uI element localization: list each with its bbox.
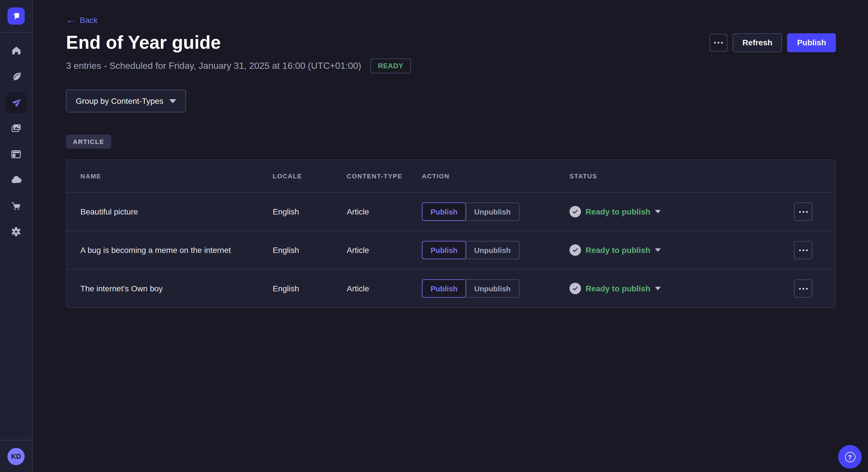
sidebar-nav (0, 33, 32, 244)
feather-icon (11, 71, 22, 82)
chevron-down-icon (655, 287, 661, 290)
entry-status-label: Ready to publish (586, 284, 650, 293)
entry-locale: English (273, 284, 347, 293)
column-header-name: NAME (81, 173, 273, 179)
unpublish-action-button[interactable]: Unpublish (466, 202, 519, 221)
entry-content-type: Article (347, 245, 422, 255)
release-subtitle: 3 entries - Scheduled for Friday, Januar… (66, 61, 361, 71)
row-more-button[interactable] (794, 202, 812, 221)
entry-content-type: Article (347, 207, 422, 216)
entry-status-dropdown[interactable]: Ready to publish (569, 206, 794, 217)
unpublish-action-button[interactable]: Unpublish (466, 279, 519, 298)
sidebar-footer: KD (0, 440, 32, 472)
table-header-row: NAME LOCALE CONTENT-TYPE ACTION STATUS (67, 160, 835, 192)
entries-table: NAME LOCALE CONTENT-TYPE ACTION STATUS B… (66, 160, 836, 308)
cloud-icon (10, 174, 22, 186)
chevron-down-icon (655, 210, 661, 213)
entry-locale: English (273, 207, 347, 216)
entry-name: The internet's Own boy (81, 284, 273, 293)
publish-release-button[interactable]: Publish (787, 33, 836, 52)
action-toggle: Publish Unpublish (422, 279, 569, 298)
cart-icon (10, 200, 22, 211)
entry-locale: English (273, 245, 347, 255)
sidebar-item-media-library[interactable] (0, 115, 32, 141)
publish-action-button[interactable]: Publish (422, 202, 466, 221)
entry-content-type: Article (347, 284, 422, 293)
back-label: Back (80, 15, 98, 25)
entry-name: A bug is becoming a meme on the internet (81, 245, 273, 255)
active-item-highlight (6, 92, 26, 113)
strapi-logo-icon (11, 11, 21, 21)
entry-status-label: Ready to publish (586, 207, 650, 216)
images-icon (10, 123, 22, 134)
more-horizontal-icon (799, 249, 807, 251)
sidebar-item-releases[interactable] (0, 90, 32, 115)
entry-name: Beautiful picture (81, 207, 273, 216)
back-row: ← Back (66, 0, 836, 25)
header-actions: Refresh Publish (710, 33, 836, 52)
group-by-label: Group by Content-Types (76, 96, 163, 105)
action-toggle: Publish Unpublish (422, 202, 569, 221)
sidebar-item-home[interactable] (0, 38, 32, 64)
subtitle-row: 3 entries - Scheduled for Friday, Januar… (66, 59, 836, 73)
back-link[interactable]: ← Back (66, 15, 98, 25)
publish-action-button[interactable]: Publish (422, 279, 466, 298)
more-horizontal-icon (799, 211, 807, 212)
column-header-content-type: CONTENT-TYPE (347, 173, 422, 179)
home-icon (11, 45, 22, 56)
help-button[interactable]: ? (838, 445, 862, 469)
chevron-down-icon (169, 99, 176, 103)
more-actions-button[interactable] (710, 34, 727, 51)
question-mark-icon: ? (845, 452, 855, 462)
arrow-left-icon: ← (66, 15, 75, 25)
check-circle-icon (569, 206, 581, 217)
more-horizontal-icon (714, 42, 723, 43)
row-more-button[interactable] (794, 279, 812, 298)
action-toggle: Publish Unpublish (422, 241, 569, 259)
title-row: End of Year guide Refresh Publish (66, 31, 836, 54)
strapi-logo[interactable] (7, 7, 25, 25)
content-type-group-badge: ARTICLE (66, 135, 111, 148)
column-header-locale: LOCALE (273, 173, 347, 179)
unpublish-action-button[interactable]: Unpublish (466, 241, 519, 259)
check-circle-icon (569, 283, 581, 294)
gear-icon (10, 226, 22, 237)
status-badge: READY (370, 59, 411, 73)
refresh-button[interactable]: Refresh (733, 33, 782, 52)
paper-plane-icon (10, 97, 22, 108)
user-avatar[interactable]: KD (7, 448, 25, 465)
sidebar-item-content-manager[interactable] (0, 141, 32, 167)
sidebar: KD (0, 0, 33, 472)
chevron-down-icon (655, 248, 661, 252)
table-row: Beautiful picture English Article Publis… (67, 192, 835, 231)
sidebar-item-cloud[interactable] (0, 167, 32, 193)
sidebar-item-marketplace[interactable] (0, 193, 32, 218)
main-content: ← Back End of Year guide Refresh Publish… (33, 0, 868, 472)
publish-action-button[interactable]: Publish (422, 241, 466, 259)
column-header-action: ACTION (422, 173, 569, 179)
entry-status-label: Ready to publish (586, 245, 650, 255)
sidebar-item-content[interactable] (0, 64, 32, 90)
entry-status-dropdown[interactable]: Ready to publish (569, 244, 794, 256)
page-title: End of Year guide (66, 31, 221, 54)
sidebar-item-settings[interactable] (0, 218, 32, 244)
column-header-status: STATUS (569, 173, 794, 179)
table-row: A bug is becoming a meme on the internet… (67, 231, 835, 269)
group-by-select[interactable]: Group by Content-Types (66, 90, 186, 112)
app-root: KD ← Back End of Year guide Refresh Publ… (0, 0, 868, 472)
layout-icon (10, 148, 22, 160)
row-more-button[interactable] (794, 241, 812, 259)
table-row: The internet's Own boy English Article P… (67, 269, 835, 307)
more-horizontal-icon (799, 288, 807, 289)
entry-status-dropdown[interactable]: Ready to publish (569, 283, 794, 294)
check-circle-icon (569, 244, 581, 256)
